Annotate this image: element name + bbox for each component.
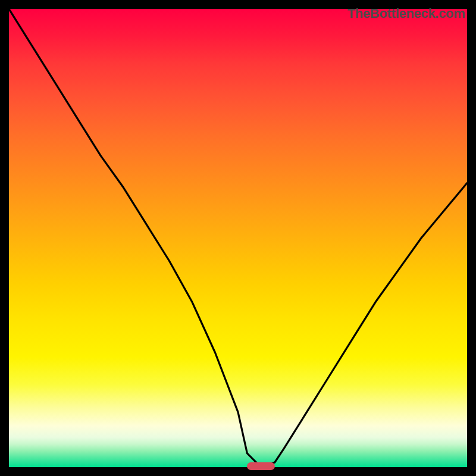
plot-area: [9, 9, 467, 467]
bottleneck-curve: [9, 9, 467, 467]
chart-container: TheBottleneck.com: [0, 0, 476, 476]
optimal-marker: [247, 462, 274, 470]
watermark-text: TheBottleneck.com: [347, 6, 465, 21]
